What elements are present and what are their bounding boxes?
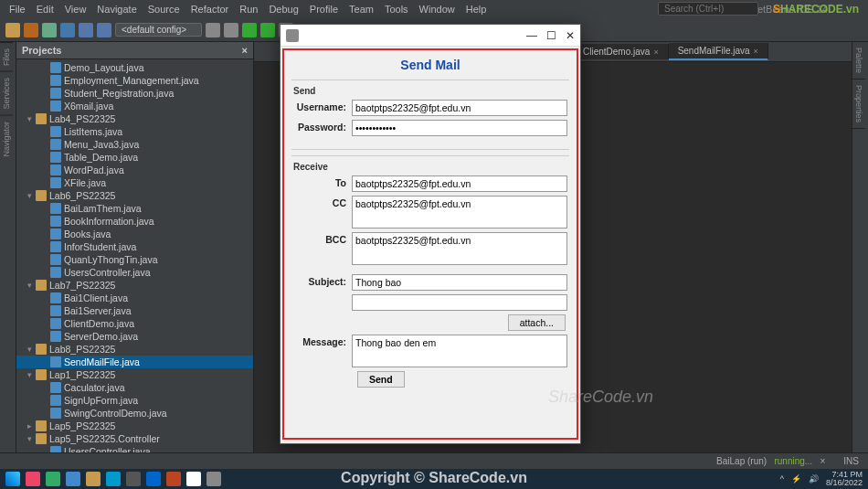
debug-icon[interactable] [260, 23, 275, 37]
tree-node[interactable]: Menu_Java3.java [16, 138, 253, 151]
tree-node[interactable]: ▾Lab7_PS22325 [16, 279, 253, 292]
username-input[interactable] [352, 100, 567, 116]
tree-node[interactable]: Books.java [16, 228, 253, 240]
new-file-icon[interactable] [5, 23, 20, 37]
navigator-tab[interactable]: Navigator [0, 115, 13, 163]
tree-node[interactable]: ListItems.java [16, 125, 253, 138]
new-project-icon[interactable] [24, 23, 38, 37]
config-combo[interactable]: <default config> [115, 23, 202, 37]
watermark-center: ShareCode.vn [548, 388, 653, 407]
open-icon[interactable] [42, 23, 57, 37]
tree-node[interactable]: QuanLyThongTin.java [16, 253, 253, 266]
tree-node[interactable]: BookInformation.java [16, 215, 253, 228]
send-button[interactable]: Send [357, 371, 405, 388]
tree-node[interactable]: X6mail.java [16, 100, 253, 112]
attachment-path-input[interactable] [352, 294, 567, 311]
bcc-input[interactable]: baotptps22325@fpt.edu.vn [352, 232, 567, 265]
clean-build-icon[interactable] [224, 23, 238, 37]
menu-navigate[interactable]: Navigate [91, 4, 142, 15]
sharecode-logo: SHARECODE.vn [773, 0, 859, 18]
tray-sound-icon[interactable]: 🔊 [809, 474, 819, 484]
tree-node[interactable]: Bai1Server.java [16, 304, 253, 317]
tree-node[interactable]: WordPad.java [16, 164, 253, 176]
tray-wifi-icon[interactable]: ⚡ [791, 474, 801, 484]
projects-panel: Projects× Demo_Layout.javaEmployment_Man… [16, 42, 254, 469]
taskbar-app-icon[interactable] [206, 472, 221, 486]
menu-refactor[interactable]: Refactor [185, 4, 235, 15]
tree-node[interactable]: ▾Lab6_PS22325 [16, 189, 253, 202]
window-close-button[interactable]: ✕ [566, 29, 575, 42]
password-input[interactable] [352, 120, 567, 136]
message-input[interactable]: Thong bao den em [352, 335, 567, 367]
taskbar-app-icon[interactable] [126, 472, 141, 486]
properties-tab[interactable]: Properties [852, 80, 865, 129]
menu-edit[interactable]: Edit [31, 4, 59, 15]
menu-debug[interactable]: Debug [263, 4, 303, 15]
tree-node[interactable]: ▸Lap5_PS22325 [16, 420, 253, 432]
tree-node[interactable]: SwingControlDemo.java [16, 407, 253, 420]
taskbar-app-icon[interactable] [86, 472, 101, 486]
window-maximize-button[interactable]: ☐ [546, 29, 556, 42]
tree-node[interactable]: ▾Lap1_PS22325 [16, 368, 253, 381]
taskbar-app-icon[interactable] [46, 472, 60, 486]
tree-node[interactable]: SendMailFile.java [16, 356, 253, 368]
cc-input[interactable]: baotptps22325@fpt.edu.vn [352, 196, 567, 229]
palette-tab[interactable]: Palette [852, 42, 865, 80]
projects-title: Projects [22, 45, 61, 56]
close-icon[interactable]: × [754, 47, 758, 56]
tree-node[interactable]: Bai1Client.java [16, 292, 253, 304]
tree-node[interactable]: ClientDemo.java [16, 317, 253, 330]
attach-button[interactable]: attach... [508, 314, 566, 331]
tree-node[interactable]: Table_Demo.java [16, 151, 253, 164]
projects-close-icon[interactable]: × [242, 45, 248, 56]
tree-node[interactable]: ▾Lab8_PS22325 [16, 343, 253, 356]
services-tab[interactable]: Services [0, 71, 13, 115]
menu-team[interactable]: Team [344, 4, 379, 15]
subject-input[interactable] [352, 274, 567, 291]
save-all-icon[interactable] [60, 23, 75, 37]
start-icon[interactable] [5, 472, 20, 486]
menu-source[interactable]: Source [143, 4, 185, 15]
tree-node[interactable]: Demo_Layout.java [16, 61, 253, 74]
menu-run[interactable]: Run [234, 4, 263, 15]
build-icon[interactable] [206, 23, 220, 37]
system-clock[interactable]: 7:41 PM8/16/2022 [826, 471, 863, 487]
tree-node[interactable]: ▾Lap5_PS22325.Controller [16, 432, 253, 445]
tree-node[interactable]: Student_Registration.java [16, 87, 253, 100]
username-label: Username: [293, 100, 352, 112]
window-minimize-button[interactable]: — [526, 29, 537, 42]
tree-node[interactable]: XFile.java [16, 176, 253, 189]
tab-sendmailfile[interactable]: SendMailFile.java× [669, 43, 768, 60]
run-icon[interactable] [242, 23, 257, 37]
files-tab[interactable]: Files [0, 42, 13, 71]
tab-clientdemo[interactable]: ClientDemo.java× [574, 44, 669, 59]
taskbar-app-icon[interactable] [146, 472, 161, 486]
search-input[interactable] [658, 2, 758, 16]
redo-icon[interactable] [97, 23, 111, 37]
insert-mode: INS [843, 456, 859, 466]
tree-node[interactable]: Caculator.java [16, 381, 253, 394]
taskbar-app-icon[interactable] [186, 472, 201, 486]
menu-profile[interactable]: Profile [304, 4, 344, 15]
to-input[interactable] [352, 175, 567, 192]
tree-node[interactable]: SignUpForm.java [16, 394, 253, 407]
taskbar-app-icon[interactable] [66, 472, 80, 486]
tree-node[interactable]: ServerDemo.java [16, 330, 253, 343]
tree-node[interactable]: UsersController.java [16, 266, 253, 279]
menu-tools[interactable]: Tools [379, 4, 414, 15]
menu-file[interactable]: File [4, 4, 31, 15]
menu-view[interactable]: View [59, 4, 92, 15]
tree-node[interactable]: Employment_Management.java [16, 74, 253, 87]
undo-icon[interactable] [79, 23, 93, 37]
tray-chevron-icon[interactable]: ^ [780, 474, 784, 484]
tree-node[interactable]: BaiLamThem.java [16, 202, 253, 215]
tree-node[interactable]: InforStudent.java [16, 240, 253, 253]
close-icon[interactable]: × [653, 48, 658, 57]
menu-window[interactable]: Window [414, 4, 460, 15]
tree-node[interactable]: ▾Lab4_PS22325 [16, 112, 253, 125]
taskbar-app-icon[interactable] [106, 472, 121, 486]
watermark-copyright: Copyright © ShareCode.vn [341, 470, 527, 486]
taskbar-app-icon[interactable] [166, 472, 181, 486]
menu-help[interactable]: Help [460, 4, 492, 15]
taskbar-app-icon[interactable] [26, 472, 40, 486]
